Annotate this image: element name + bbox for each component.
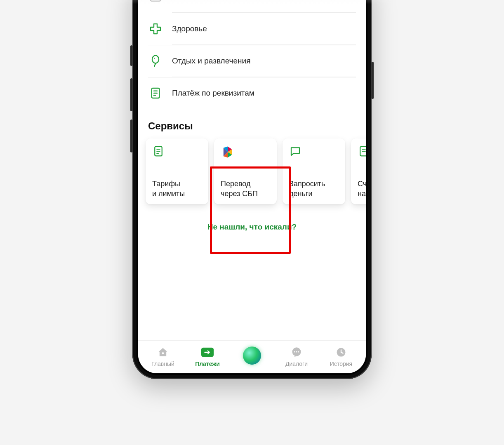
service-card-request-money[interactable]: Запросить деньги bbox=[283, 138, 345, 204]
briefcase-icon bbox=[148, 0, 163, 4]
transfer-icon bbox=[201, 346, 214, 359]
menu-item-pay-requisites[interactable]: Платёж по реквизитам bbox=[148, 77, 356, 109]
services-carousel[interactable]: Тарифы и лимиты bbox=[146, 138, 366, 204]
service-card-label-line: Перевод bbox=[221, 180, 250, 188]
tab-label: Диалоги bbox=[285, 361, 308, 367]
menu-item-health[interactable]: Здоровье bbox=[148, 13, 356, 44]
tab-label: История bbox=[330, 361, 352, 367]
balloon-icon bbox=[148, 54, 163, 68]
chat-icon bbox=[289, 145, 303, 159]
service-card-label: Тарифы и лимиты bbox=[152, 179, 203, 199]
phone-volume-down bbox=[130, 119, 132, 152]
service-card-label-line: через СБП bbox=[221, 190, 258, 198]
help-link[interactable]: Не нашли, что искали? bbox=[207, 222, 297, 231]
phone-power-button bbox=[372, 62, 374, 99]
service-card-label-line: Тарифы bbox=[152, 180, 180, 188]
service-card-partial[interactable]: Сч на bbox=[351, 138, 366, 204]
service-card-label: Перевод через СБП bbox=[221, 179, 271, 199]
menu-item-entertainment[interactable]: Отдых и развлечения bbox=[148, 45, 356, 77]
phone-mute-switch bbox=[130, 45, 132, 66]
scroll-area[interactable]: Работа и бизнес Здоровье bbox=[138, 0, 366, 340]
services-section-title: Сервисы bbox=[148, 120, 356, 132]
assistant-icon bbox=[243, 347, 261, 365]
document-icon bbox=[152, 145, 166, 159]
phone-screen: Работа и бизнес Здоровье bbox=[138, 0, 366, 373]
service-card-label-line: и лимиты bbox=[152, 190, 185, 198]
history-icon bbox=[334, 346, 348, 359]
menu-item-label: Здоровье bbox=[172, 24, 207, 33]
svg-point-24 bbox=[296, 351, 297, 352]
menu-item-label: Работа и бизнес bbox=[172, 0, 232, 1]
dialogs-icon bbox=[290, 346, 303, 359]
menu-item-label: Платёж по реквизитам bbox=[172, 89, 254, 98]
svg-point-25 bbox=[298, 351, 299, 352]
service-card-label-line: на bbox=[358, 190, 366, 198]
sbp-icon bbox=[221, 145, 235, 159]
service-card-label-line: Сч bbox=[358, 180, 366, 188]
service-card-label-line: деньги bbox=[289, 190, 312, 198]
tab-bar: Главный Платежи bbox=[138, 340, 366, 373]
menu-list: Работа и бизнес Здоровье bbox=[148, 0, 356, 109]
tab-dialogs[interactable]: Диалоги bbox=[274, 346, 319, 367]
svg-point-1 bbox=[152, 56, 159, 63]
menu-item-work-business[interactable]: Работа и бизнес bbox=[148, 0, 356, 12]
svg-point-20 bbox=[162, 352, 164, 354]
menu-item-label: Отдых и развлечения bbox=[172, 56, 250, 66]
tab-payments[interactable]: Платежи bbox=[185, 346, 230, 367]
phone-volume-up bbox=[130, 78, 132, 111]
tab-assistant[interactable] bbox=[230, 347, 274, 366]
svg-point-2 bbox=[154, 58, 155, 59]
service-card-label: Сч на bbox=[358, 179, 366, 199]
phone-frame: Работа и бизнес Здоровье bbox=[132, 0, 372, 379]
health-cross-icon bbox=[148, 21, 163, 36]
service-card-label: Запросить деньги bbox=[289, 179, 339, 199]
help-link-row: Не нашли, что искали? bbox=[148, 222, 356, 232]
tab-label: Главный bbox=[151, 361, 174, 367]
svg-rect-0 bbox=[151, 0, 160, 1]
service-card-sbp-transfer[interactable]: Перевод через СБП bbox=[214, 138, 277, 204]
home-icon bbox=[156, 346, 170, 359]
tab-label: Платежи bbox=[195, 361, 220, 367]
svg-point-23 bbox=[294, 351, 295, 352]
tab-home[interactable]: Главный bbox=[141, 346, 185, 367]
service-card-tariffs[interactable]: Тарифы и лимиты bbox=[146, 138, 208, 204]
service-card-label-line: Запросить bbox=[289, 180, 325, 188]
document-icon bbox=[358, 145, 366, 159]
tab-history[interactable]: История bbox=[319, 346, 363, 367]
document-icon bbox=[148, 86, 163, 101]
